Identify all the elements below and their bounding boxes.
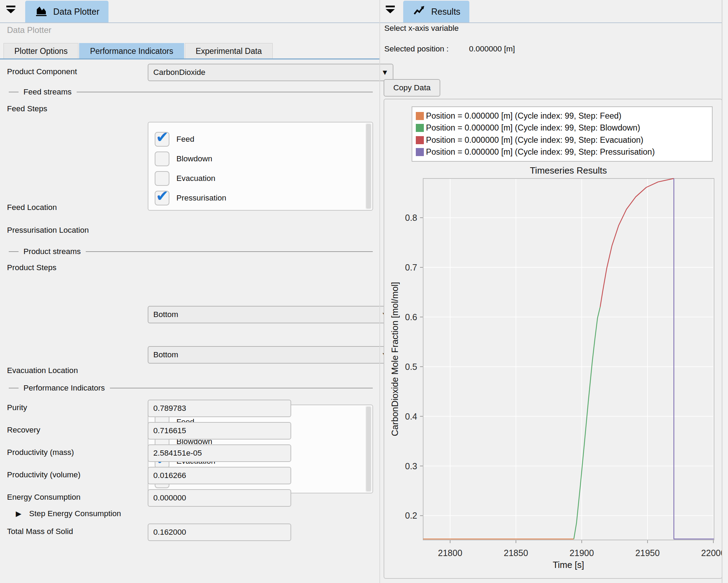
area-chart-icon [34, 4, 48, 19]
app-window: Data Plotter Data Plotter Plotter Option… [0, 0, 728, 583]
checkbox-label: Blowdown [176, 154, 212, 163]
recovery-value[interactable]: 0.716615 [148, 422, 291, 440]
checkbox-label: Pressurisation [176, 194, 226, 203]
legend-swatch-feed [416, 112, 424, 120]
svg-text:21850: 21850 [504, 548, 528, 558]
tab-plotter-options[interactable]: Plotter Options [4, 43, 78, 59]
svg-text:0.5: 0.5 [405, 362, 417, 372]
legend-item-blowdown: Position = 0.000000 [m] (Cycle index: 99… [416, 122, 708, 134]
legend-label: Position = 0.000000 [m] (Cycle index: 99… [426, 135, 643, 145]
chevron-down-icon: ▼ [381, 68, 388, 77]
field-text: 0.016266 [153, 471, 186, 480]
evacuation-location-label: Evacuation Location [7, 363, 78, 379]
product-component-dropdown[interactable]: CarbonDioxide ▼ [148, 64, 393, 81]
triangle-right-icon: ▶ [16, 510, 21, 518]
product-steps-label: Product Steps [7, 263, 56, 272]
feed-steps-list: ✔ Feed ✔ Blowdown ✔ Evacuation ✔ Pressur… [148, 122, 373, 211]
panel-title: Data Plotter [7, 25, 51, 35]
step-energy-consumption-expander[interactable]: ▶ Step Energy Consumption [16, 509, 121, 518]
energy-consumption-value[interactable]: 0.000000 [148, 489, 291, 507]
pressurisation-location-label: Pressurisation Location [7, 222, 89, 238]
feed-step-pressurisation[interactable]: ✔ Pressurisation [155, 188, 358, 208]
svg-text:0.4: 0.4 [405, 412, 417, 421]
section-title: Performance Indicators [23, 384, 105, 393]
dock-tab-label: Results [431, 7, 460, 17]
dropdown-value: Bottom [153, 310, 178, 319]
line-chart-icon [412, 4, 426, 19]
field-text: 0.000000 [153, 493, 186, 503]
right-panel-menu-icon[interactable] [385, 6, 396, 17]
selected-position-label: Selected position : [384, 43, 449, 55]
field-text: 2.584151e-05 [153, 449, 202, 458]
right-scrollbar-track[interactable] [722, 0, 728, 583]
legend-label: Position = 0.000000 [m] (Cycle index: 99… [426, 123, 640, 133]
checkbox-label: Feed [176, 135, 194, 144]
chart-legend: Position = 0.000000 [m] (Cycle index: 99… [412, 106, 713, 162]
feed-streams-separator: Feed streams [9, 87, 373, 97]
pressurisation-location-dropdown[interactable]: Bottom ▼ [148, 346, 393, 364]
field-text: 0.789783 [153, 404, 186, 413]
checkbox[interactable]: ✔ [155, 171, 169, 186]
selected-position-value: 0.000000 [m] [469, 43, 515, 55]
check-icon: ✔ [156, 187, 169, 205]
legend-item-pressurisation: Position = 0.000000 [m] (Cycle index: 99… [416, 146, 708, 158]
checkbox[interactable]: ✔ [155, 152, 169, 166]
productivity-volume-label: Productivity (volume) [7, 467, 80, 483]
timeseries-plot-canvas: 21800218502190021950220000.20.30.40.50.6… [402, 175, 728, 574]
svg-text:0.2: 0.2 [405, 511, 417, 520]
expander-label: Step Energy Consumption [29, 509, 121, 518]
list-scrollbar[interactable] [365, 123, 372, 209]
legend-swatch-blowdown [416, 124, 424, 132]
tab-experimental-data[interactable]: Experimental Data [185, 43, 273, 59]
y-axis-label: CarbonDioxide Mole Fraction [mol/mol] [390, 282, 400, 436]
list-scrollbar[interactable] [365, 406, 372, 492]
tab-label: Performance Indicators [90, 47, 173, 56]
product-component-label: Product Component [7, 64, 77, 80]
tab-underline [0, 58, 379, 59]
field-text: 0.716615 [153, 426, 186, 435]
purity-value[interactable]: 0.789783 [148, 400, 291, 417]
plotter-tab-bar: Plotter Options Performance Indicators E… [4, 43, 273, 59]
panel-splitter[interactable] [379, 0, 380, 583]
legend-label: Position = 0.000000 [m] (Cycle index: 99… [426, 111, 621, 121]
total-mass-label: Total Mass of Solid [7, 524, 73, 540]
x-axis-label: Time [s] [553, 560, 584, 570]
dropdown-value: CarbonDioxide [153, 68, 205, 77]
legend-item-evacuation: Position = 0.000000 [m] (Cycle index: 99… [416, 134, 708, 146]
data-plotter-dock-tab[interactable]: Data Plotter [25, 1, 108, 22]
copy-data-button[interactable]: Copy Data [384, 79, 440, 97]
section-title: Product streams [23, 247, 81, 256]
svg-text:0.7: 0.7 [405, 262, 417, 272]
energy-consumption-label: Energy Consumption [7, 489, 80, 505]
productivity-mass-value[interactable]: 2.584151e-05 [148, 444, 291, 462]
svg-text:21950: 21950 [635, 548, 660, 558]
svg-text:0.6: 0.6 [405, 312, 417, 322]
tab-performance-indicators[interactable]: Performance Indicators [79, 43, 184, 59]
checkbox[interactable]: ✔ [155, 132, 169, 147]
feed-step-evacuation[interactable]: ✔ Evacuation [155, 169, 358, 188]
checkbox[interactable]: ✔ [155, 191, 169, 205]
svg-text:21900: 21900 [569, 548, 594, 558]
tab-label: Plotter Options [14, 47, 68, 56]
field-text: 0.162000 [153, 528, 186, 537]
productivity-mass-label: Productivity (mass) [7, 444, 74, 461]
results-dock-tab[interactable]: Results [403, 1, 469, 22]
recovery-label: Recovery [7, 422, 40, 438]
svg-text:0.3: 0.3 [405, 461, 417, 471]
productivity-volume-value[interactable]: 0.016266 [148, 467, 291, 484]
legend-label: Position = 0.000000 [m] (Cycle index: 99… [426, 147, 655, 157]
feed-location-label: Feed Location [7, 199, 57, 216]
purity-label: Purity [7, 400, 27, 416]
svg-text:0.8: 0.8 [405, 213, 417, 223]
feed-step-feed[interactable]: ✔ Feed [155, 129, 358, 149]
left-panel-menu-icon[interactable] [6, 6, 16, 17]
dock-tab-label: Data Plotter [53, 7, 99, 17]
feed-step-blowdown[interactable]: ✔ Blowdown [155, 149, 358, 169]
chart-title: Timeseries Results [530, 165, 607, 176]
feed-location-dropdown[interactable]: Bottom ▼ [148, 306, 393, 323]
legend-swatch-evacuation [416, 136, 424, 144]
legend-item-feed: Position = 0.000000 [m] (Cycle index: 99… [416, 110, 708, 122]
total-mass-value[interactable]: 0.162000 [148, 524, 291, 541]
x-axis-variable-label: Select x-axis variable [384, 20, 459, 36]
svg-text:21800: 21800 [438, 548, 462, 558]
